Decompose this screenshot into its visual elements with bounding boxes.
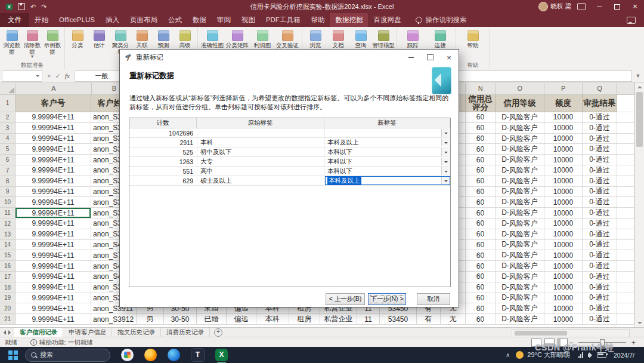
row-number-12[interactable]: 12: [0, 219, 16, 229]
cell-A4[interactable]: 9.99994E+11: [16, 134, 91, 144]
ribbon-tab-8[interactable]: 视图: [236, 13, 261, 27]
cell-Q13[interactable]: 0-通过: [583, 229, 617, 240]
cell-P10[interactable]: 10000: [544, 197, 583, 208]
cell-P17[interactable]: 10000: [544, 272, 583, 282]
cell-N3[interactable]: 60: [466, 123, 496, 134]
cell-O19[interactable]: D-风险客户: [496, 293, 544, 304]
cell-Q14[interactable]: 0-通过: [583, 240, 617, 251]
cell-Q11[interactable]: 0-通过: [583, 208, 617, 219]
volume-icon[interactable]: [588, 353, 590, 357]
row-number-15[interactable]: 15: [0, 250, 16, 261]
save-icon[interactable]: [18, 3, 25, 10]
photos-app-icon[interactable]: [121, 349, 134, 361]
cell-Q21[interactable]: 0-通过: [583, 314, 617, 325]
cell-A20[interactable]: 9.99994E+11: [16, 303, 91, 314]
ribbon-tab-2[interactable]: OfficePLUS: [54, 13, 100, 27]
ribbon-tab-11[interactable]: 数据挖掘: [330, 13, 368, 27]
cell-A7[interactable]: 9.99994E+11: [16, 165, 91, 176]
cell-P2[interactable]: 10000: [544, 112, 583, 123]
comments-icon[interactable]: [627, 17, 636, 24]
ribbon-tab-10[interactable]: 帮助: [305, 13, 330, 27]
cell-K21[interactable]: 53450: [380, 314, 417, 325]
ribbon-tab-5[interactable]: 公式: [163, 13, 187, 27]
cell-Q8[interactable]: 0-通过: [583, 176, 617, 187]
cell-N7[interactable]: 60: [466, 165, 496, 176]
cell-O14[interactable]: D-风险客户: [496, 240, 544, 251]
cell-P21[interactable]: 10000: [544, 314, 583, 325]
cell-A12[interactable]: 9.99994E+11: [16, 219, 91, 229]
cell-Q15[interactable]: 0-通过: [583, 250, 617, 261]
dialog-maximize-icon[interactable]: [420, 50, 439, 65]
cell-N17[interactable]: 60: [466, 272, 496, 282]
cell-N15[interactable]: 60: [466, 250, 496, 261]
cell-O13[interactable]: D-风险客户: [496, 229, 544, 240]
cell-O6[interactable]: D-风险客户: [496, 155, 544, 165]
hidden-icons-chevron[interactable]: ∧: [506, 352, 510, 358]
vertical-scroll-thumb[interactable]: [636, 92, 643, 147]
relabel-column-header-3[interactable]: 新标签: [324, 118, 450, 128]
ribbon-button-交叉验证[interactable]: 交叉验证: [275, 28, 300, 49]
cell-Q19[interactable]: 0-通过: [583, 293, 617, 304]
ribbon-options-icon[interactable]: [577, 3, 586, 10]
new-label-dropdown[interactable]: [324, 128, 450, 137]
user-avatar[interactable]: [538, 2, 548, 11]
cell-Q18[interactable]: 0-通过: [583, 282, 617, 293]
back-button[interactable]: < 上一步(B): [326, 293, 365, 305]
user-name[interactable]: 晓权 梁: [551, 2, 571, 11]
cell-C21[interactable]: 男: [137, 314, 164, 325]
cell-M21[interactable]: 无: [441, 314, 466, 325]
cell-O7[interactable]: D-风险客户: [496, 165, 544, 176]
cell-N12[interactable]: 60: [466, 219, 496, 229]
dialog-close-icon[interactable]: ×: [439, 50, 459, 65]
cell-O15[interactable]: D-风险客户: [496, 250, 544, 261]
row-number-21[interactable]: 21: [0, 314, 16, 325]
sheet-tab-1[interactable]: 客户信用记录: [14, 328, 63, 337]
column-header-A[interactable]: A: [16, 82, 92, 94]
cell-P19[interactable]: 10000: [544, 293, 583, 304]
row-number-3[interactable]: 3: [0, 123, 16, 134]
cell-O1[interactable]: 信用等级: [496, 94, 544, 112]
ribbon-button-帮助[interactable]: 帮助: [458, 28, 488, 49]
maximize-button[interactable]: [608, 0, 626, 13]
cell-O3[interactable]: D-风险客户: [496, 123, 544, 134]
cell-O2[interactable]: D-风险客户: [496, 112, 544, 123]
cell-N4[interactable]: 60: [466, 134, 496, 144]
zoom-in-icon[interactable]: +: [631, 339, 636, 347]
cell-N19[interactable]: 60: [466, 293, 496, 304]
row-number-6[interactable]: 6: [0, 155, 16, 165]
cell-P4[interactable]: 10000: [544, 134, 583, 144]
cell-O17[interactable]: D-风险客户: [496, 272, 544, 282]
cell-J21[interactable]: 11: [357, 314, 380, 325]
cell-A1[interactable]: 客户号: [16, 94, 91, 112]
ribbon-button-浏览数据[interactable]: 浏览数据: [2, 28, 22, 55]
row-number-5[interactable]: 5: [0, 144, 16, 155]
row-number-7[interactable]: 7: [0, 165, 16, 176]
row-number-18[interactable]: 18: [0, 282, 16, 293]
new-label-dropdown[interactable]: 本科以下: [324, 157, 450, 166]
ribbon-tab-4[interactable]: 页面布局: [125, 13, 163, 27]
row-number-20[interactable]: 20: [0, 303, 16, 314]
select-all-corner[interactable]: [0, 82, 16, 94]
horizontal-scroll-thumb[interactable]: [515, 331, 567, 336]
ribbon-tab-3[interactable]: 插入: [100, 13, 125, 27]
new-label-dropdown[interactable]: 本科及以上: [324, 176, 450, 185]
cell-O21[interactable]: D-风险客户: [496, 314, 544, 325]
cell-P18[interactable]: 10000: [544, 282, 583, 293]
cell-P3[interactable]: 10000: [544, 123, 583, 134]
cell-N16[interactable]: 60: [466, 261, 496, 272]
ribbon-button-关联[interactable]: 关联: [131, 28, 153, 49]
excel-taskbar-icon[interactable]: X: [215, 349, 228, 361]
cell-Q20[interactable]: 0-通过: [583, 303, 617, 314]
formula-bar-expand-icon[interactable]: ▼: [632, 71, 644, 81]
ribbon-tab-12[interactable]: 百度网盘: [368, 13, 406, 27]
taskbar-clock[interactable]: 2024/7/: [614, 352, 634, 359]
undo-icon[interactable]: ↶: [30, 3, 36, 11]
row-number-14[interactable]: 14: [0, 240, 16, 251]
new-label-dropdown[interactable]: 本科及以上: [324, 138, 450, 147]
row-number-17[interactable]: 17: [0, 272, 16, 282]
sheet-tab-2[interactable]: 申请客户信息: [63, 328, 112, 337]
cell-A2[interactable]: 9.99994E+11: [16, 112, 91, 123]
cell-A11[interactable]: 9.99994E+11: [16, 208, 91, 219]
file-tab[interactable]: 文件: [0, 13, 29, 27]
cell-B21[interactable]: anon_S3912: [91, 314, 137, 325]
